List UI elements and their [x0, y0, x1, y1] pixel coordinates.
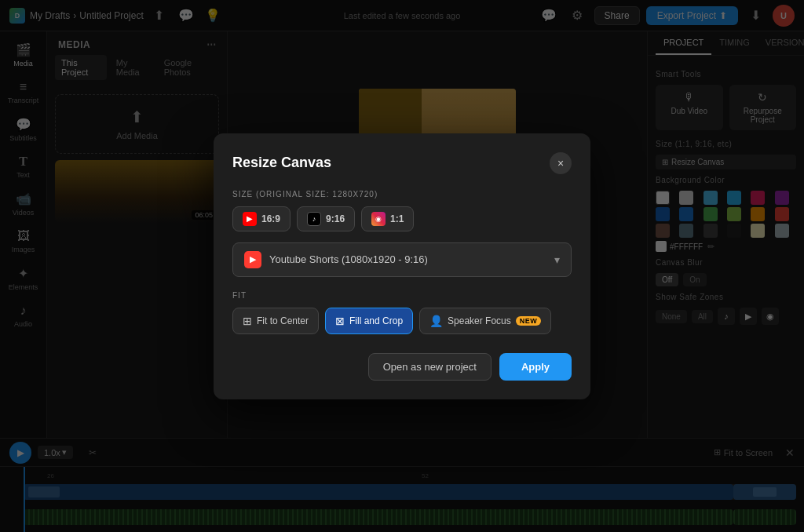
size-btn-11[interactable]: ◉ 1:1	[361, 206, 414, 231]
instagram-icon: ◉	[371, 212, 386, 226]
resize-canvas-modal: Resize Canvas × SIZE (Original Size: 128…	[214, 133, 590, 399]
size-btn-169[interactable]: ▶ 16:9	[232, 206, 291, 231]
fit-options: ⊞ Fit to Center ⊠ Fill and Crop 👤 Speake…	[232, 308, 572, 334]
ratio-169: 16:9	[261, 213, 280, 224]
speaker-focus-icon: 👤	[429, 315, 443, 327]
modal-footer: Open as new project Apply	[232, 353, 572, 381]
fit-center-icon: ⊞	[243, 315, 252, 327]
fit-center-label: Fit to Center	[257, 315, 309, 326]
ratio-916: 9:16	[326, 213, 345, 224]
ratio-11: 1:1	[390, 213, 404, 224]
dropdown-chevron-icon: ▾	[554, 253, 560, 266]
fit-section-label: FIT	[232, 291, 572, 300]
modal-overlay: Resize Canvas × SIZE (Original Size: 128…	[0, 0, 804, 532]
youtube-icon: ▶	[243, 212, 257, 226]
size-options: ▶ 16:9 ♪ 9:16 ◉ 1:1	[232, 206, 572, 231]
fill-crop-icon: ⊠	[335, 315, 345, 327]
modal-title: Resize Canvas	[232, 155, 331, 171]
dropdown-label: Youtube Shorts (1080x1920 - 9:16)	[269, 253, 546, 265]
preset-dropdown[interactable]: ▶ Youtube Shorts (1080x1920 - 9:16) ▾	[232, 242, 572, 277]
fit-center-btn[interactable]: ⊞ Fit to Center	[232, 308, 319, 334]
tiktok-icon: ♪	[307, 212, 321, 226]
fill-crop-btn[interactable]: ⊠ Fill and Crop	[325, 308, 413, 334]
size-btn-916[interactable]: ♪ 9:16	[297, 206, 355, 231]
apply-button[interactable]: Apply	[499, 353, 572, 381]
speaker-focus-btn[interactable]: 👤 Speaker Focus NEW	[419, 308, 551, 334]
modal-close-button[interactable]: ×	[550, 152, 572, 174]
dropdown-platform-icon: ▶	[244, 251, 261, 268]
size-section-label-modal: SIZE (Original Size: 1280x720)	[232, 190, 572, 199]
new-badge: NEW	[516, 316, 542, 326]
speaker-focus-label: Speaker Focus	[448, 315, 511, 326]
fill-crop-label: Fill and Crop	[349, 315, 403, 326]
open-new-project-button[interactable]: Open as new project	[368, 353, 492, 381]
modal-header: Resize Canvas ×	[232, 152, 572, 174]
